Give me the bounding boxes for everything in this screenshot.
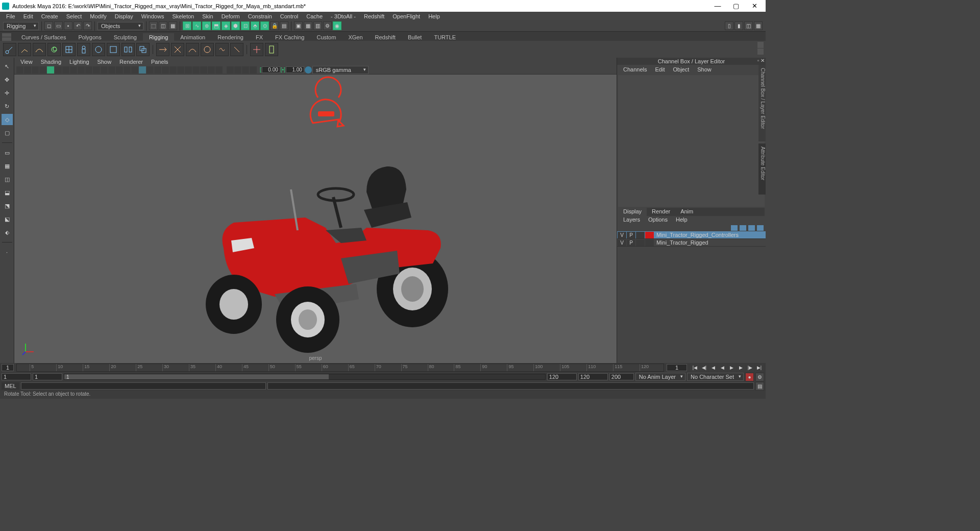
color-space-dropdown[interactable]: sRGB gamma: [312, 66, 369, 74]
snap-live-icon[interactable]: ⬢: [231, 21, 240, 30]
shelf-tab-fxcaching[interactable]: FX Caching: [269, 33, 310, 41]
step-back-button[interactable]: ◀: [709, 364, 718, 372]
time-slider[interactable]: 1 51015202530354045505560657075808590951…: [0, 363, 766, 372]
menu-windows[interactable]: Windows: [137, 13, 168, 20]
panel-menu-view[interactable]: View: [16, 59, 37, 65]
vertical-tab-channelbox[interactable]: Channel Box / Layer Editor: [758, 65, 766, 141]
prefs-icon[interactable]: ⚙: [755, 373, 764, 381]
range-in-field[interactable]: 1: [33, 373, 62, 380]
layer-move-up-icon[interactable]: [731, 225, 738, 231]
pt-xray-icon[interactable]: [139, 66, 146, 74]
current-frame-field-2[interactable]: 1: [667, 364, 687, 371]
pt-s10-icon[interactable]: [234, 66, 241, 74]
render-settings-icon[interactable]: ⚙: [323, 21, 332, 30]
pt-grid-icon[interactable]: [47, 66, 54, 74]
layer-playback-toggle[interactable]: P: [627, 239, 635, 246]
sculpt-icon[interactable]: [201, 43, 214, 56]
maximize-button[interactable]: ▢: [727, 2, 745, 10]
last-tool-icon[interactable]: ▢: [2, 127, 13, 138]
shelf-tab-turtle[interactable]: TURTLE: [428, 33, 462, 41]
close-button[interactable]: ✕: [745, 2, 764, 10]
panel-layout3-icon[interactable]: ◫: [744, 21, 753, 30]
pt-isolate-icon[interactable]: [146, 66, 154, 74]
joint-tool-icon[interactable]: [3, 43, 16, 56]
layer-new-empty-icon[interactable]: [748, 225, 755, 231]
lasso-tool-icon[interactable]: ✥: [2, 74, 13, 85]
shelf-tab-sculpting[interactable]: Sculpting: [108, 33, 143, 41]
menu-constrain[interactable]: Constrain: [244, 13, 276, 20]
layer-tab-render[interactable]: Render: [647, 208, 675, 216]
nonlinear-icon[interactable]: [230, 43, 243, 56]
snap-magnet-icon[interactable]: ⬘: [251, 21, 259, 30]
shelf-scroll-down-icon[interactable]: [757, 49, 764, 55]
bind-skin-icon[interactable]: [77, 43, 90, 56]
workspace-dropdown[interactable]: Rigging: [3, 22, 39, 30]
script-editor-icon[interactable]: ▤: [755, 382, 764, 391]
rotate-tool-icon[interactable]: ↻: [2, 101, 13, 112]
layer-menu-options[interactable]: Options: [644, 216, 672, 224]
layer-row[interactable]: VPMini_Tractor_Rigged: [617, 239, 766, 247]
layer-playback-toggle[interactable]: P: [627, 232, 635, 238]
range-start-field[interactable]: 1: [2, 373, 31, 380]
shelf-tab-fx[interactable]: FX: [250, 33, 269, 41]
layer-type-toggle[interactable]: [636, 239, 645, 246]
snap-grid-icon[interactable]: ⊞: [183, 21, 191, 30]
pt-s7-icon[interactable]: [208, 66, 215, 74]
current-frame-field[interactable]: 1: [2, 364, 14, 371]
vertical-tab-attreditor[interactable]: Attribute Editor: [758, 143, 766, 195]
menu-dtoall[interactable]: - 3DtoAll -: [327, 13, 360, 20]
pt-exposure-icon[interactable]: [305, 66, 312, 74]
pt-s12-icon[interactable]: [250, 66, 257, 74]
panel-dock-icon[interactable]: ▫ ✕: [757, 58, 765, 63]
layer-color-swatch[interactable]: [645, 239, 654, 246]
snap-center-icon[interactable]: ⊙: [260, 21, 269, 30]
layer-color-swatch[interactable]: [645, 232, 654, 238]
play-back-button[interactable]: ◀: [718, 364, 727, 372]
layer-tab-anim[interactable]: Anim: [675, 208, 698, 216]
layout-four-icon[interactable]: ▦: [2, 160, 13, 172]
menu-help[interactable]: Help: [424, 13, 444, 20]
layer-move-down-icon[interactable]: [740, 225, 746, 231]
time-ruler[interactable]: 5101520253035404550556065707580859095100…: [16, 364, 664, 372]
panel-menu-lighting[interactable]: Lighting: [65, 59, 93, 65]
layer-new-sel-icon[interactable]: [757, 225, 764, 231]
pt-s4-icon[interactable]: [185, 66, 192, 74]
new-scene-icon[interactable]: ◻: [44, 21, 53, 30]
pt-s2-icon[interactable]: [169, 66, 177, 74]
pt-shadow-icon[interactable]: [108, 66, 115, 74]
pt-tex-icon[interactable]: [93, 66, 100, 74]
panel-layout2-icon[interactable]: ▮: [734, 21, 743, 30]
anim-layer-dropdown[interactable]: No Anim Layer: [635, 373, 685, 381]
snap-view-icon[interactable]: ◈: [222, 21, 230, 30]
shelf-tab-bullet[interactable]: Bullet: [402, 33, 428, 41]
channel-box-body[interactable]: [618, 75, 765, 207]
pt-s11-icon[interactable]: [242, 66, 249, 74]
blend-shape-icon[interactable]: [156, 43, 169, 56]
ipr-render-icon[interactable]: ▦: [304, 21, 312, 30]
menu-cache[interactable]: Cache: [302, 13, 327, 20]
hypershade-icon[interactable]: ◉: [333, 21, 341, 30]
pt-gate-icon[interactable]: [55, 66, 62, 74]
wrap-icon[interactable]: [171, 43, 184, 56]
range-end-field[interactable]: 120: [578, 373, 608, 380]
pt-s8-icon[interactable]: [215, 66, 223, 74]
layer-menu-help[interactable]: Help: [672, 216, 692, 224]
shelf-tab-rendering[interactable]: Rendering: [211, 33, 250, 41]
layout-graph-icon[interactable]: ⬔: [2, 200, 13, 211]
shelf-tab-animation[interactable]: Animation: [174, 33, 211, 41]
ik-handle-icon[interactable]: [18, 43, 31, 56]
menu-openflight[interactable]: OpenFlight: [388, 13, 424, 20]
jiggle-icon[interactable]: [215, 43, 229, 56]
wire-icon[interactable]: [186, 43, 199, 56]
range-handle[interactable]: 1: [64, 374, 329, 379]
menu-skeleton[interactable]: Skeleton: [168, 13, 198, 20]
move-tool-icon[interactable]: ✛: [2, 87, 13, 99]
layer-vis-toggle[interactable]: V: [618, 239, 626, 246]
layer-tab-display[interactable]: Display: [618, 208, 647, 216]
save-scene-icon[interactable]: ▪: [64, 21, 72, 30]
layer-vis-toggle[interactable]: V: [618, 232, 626, 238]
menu-select[interactable]: Select: [62, 13, 86, 20]
pt-vp2-icon[interactable]: [154, 66, 161, 74]
fps-field[interactable]: 200: [609, 373, 634, 380]
menu-redshift[interactable]: Redshift: [360, 13, 388, 20]
